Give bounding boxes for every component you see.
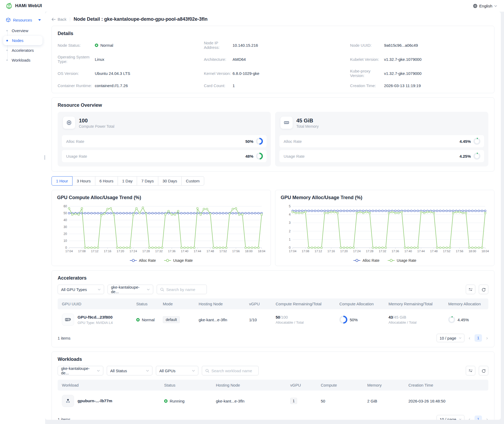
chevron-down-icon: [494, 5, 497, 7]
chevron-down-icon: [147, 289, 150, 290]
compute-alloc-rate-row: Alloc Rate 50%: [62, 135, 267, 147]
prev-page-button[interactable]: ‹: [468, 417, 471, 420]
page-size-select[interactable]: 10 / page: [437, 334, 464, 342]
sidebar-item-label: Accelerators: [12, 48, 34, 53]
details-title: Details: [58, 31, 488, 36]
legend-marker-icon: [353, 259, 361, 262]
detail-field: Card Count:1: [204, 83, 342, 88]
svg-text:30: 30: [63, 225, 67, 229]
next-page-button[interactable]: ›: [486, 336, 488, 340]
tab-6-hours[interactable]: 6 Hours: [95, 176, 118, 186]
tab-1-day[interactable]: 1 Day: [118, 176, 137, 186]
legend-alloc-rate[interactable]: Alloc Rate: [353, 258, 379, 263]
svg-text:17:44: 17:44: [194, 250, 201, 253]
chevron-down-icon: [97, 370, 100, 372]
top-header: HAMi WebUI English: [0, 0, 504, 12]
workload-icon: [62, 395, 74, 407]
detail-field: Kube-proxy Version:v1.32.7-gke.1079000: [350, 69, 488, 78]
mode-tag: default: [163, 316, 180, 323]
node-detail-page: Back Node Detail : gke-kantaloupe-demo-g…: [45, 12, 501, 420]
sidebar-item-label: Overview: [12, 28, 28, 33]
svg-text:17:12: 17:12: [315, 250, 322, 253]
svg-text:17:20: 17:20: [340, 250, 348, 253]
tab-3-hours[interactable]: 3 Hours: [72, 176, 95, 186]
memory-usage-rate-row: Usage Rate 4.25%: [279, 150, 484, 162]
sidebar-item-workloads[interactable]: Workloads: [3, 55, 42, 65]
search-workload-input[interactable]: [211, 369, 255, 373]
legend-usage-rate[interactable]: Usage Rate: [164, 258, 193, 263]
tree-dot-icon: [6, 40, 8, 41]
workloads-title: Workloads: [58, 357, 488, 362]
sidebar-item-resources[interactable]: Resources: [0, 15, 45, 25]
accelerator-row[interactable]: GPU-f9cd...23f800 GPU Type: NVIDIA L4 No…: [58, 309, 488, 330]
sidebar-tree: Overview Nodes Accelerators Workloads: [0, 26, 45, 65]
workload-status-select[interactable]: All Status: [107, 366, 152, 375]
workloads-card: Workloads gke-kantaloupe-de... All Statu…: [52, 352, 494, 420]
workload-name[interactable]: gpuburn-...-lb77m: [78, 399, 112, 403]
legend-marker-icon: [130, 259, 137, 262]
accelerator-search: [157, 285, 207, 294]
total-memory-value: 45 GiB: [296, 117, 319, 124]
resource-overview-title: Resource Overview: [58, 102, 488, 108]
column-settings-icon: [468, 369, 473, 373]
arrow-left-icon: [52, 18, 56, 21]
page-number-button[interactable]: 1: [475, 416, 482, 420]
sider-resize-handle[interactable]: [44, 155, 45, 160]
sidebar-section-label: Resources: [13, 18, 32, 22]
legend-usage-rate[interactable]: Usage Rate: [387, 258, 416, 263]
tab-30-days[interactable]: 30 Days: [158, 176, 182, 186]
compute-power-value: 100: [79, 117, 114, 124]
compute-allocation-cell: 50%: [339, 316, 388, 324]
refresh-button[interactable]: [479, 366, 488, 375]
svg-text:17:48: 17:48: [430, 250, 438, 253]
workloads-table-header: Workload Status Hosting Node vGPU Comput…: [58, 380, 488, 391]
chart-legend: Alloc Rate Usage Rate: [281, 258, 489, 263]
tab-7-days[interactable]: 7 Days: [137, 176, 158, 186]
detail-field: Operating System Type:Linux: [58, 55, 196, 64]
page-number-button[interactable]: 1: [475, 334, 482, 342]
tab-1-hour[interactable]: 1 Hour: [52, 176, 72, 186]
workload-gpus-select[interactable]: All GPUs: [156, 366, 198, 375]
page-size-select[interactable]: 10 / page: [437, 415, 464, 420]
sidebar-item-overview[interactable]: Overview: [3, 26, 42, 35]
legend-alloc-rate[interactable]: Alloc Rate: [130, 258, 156, 263]
workloads-table-footer: 1 items 10 / page ‹ 1 ›: [58, 415, 488, 420]
node-select[interactable]: gke-kantaloupe-de...: [108, 285, 153, 294]
gpu-uuid[interactable]: GPU-f9cd...23f800: [78, 315, 113, 320]
gpu-compute-trend-chart-card: GPU Compute Alloc/Usage Trend (%) 010203…: [52, 190, 271, 266]
back-button[interactable]: Back: [52, 17, 66, 22]
compute-remaining-cell: 50/100 Allocatable / Total: [276, 315, 339, 324]
workload-node-select[interactable]: gke-kantaloupe-de...: [58, 366, 103, 375]
svg-text:17:20: 17:20: [117, 250, 124, 253]
sidebar-item-nodes[interactable]: Nodes: [3, 36, 42, 45]
column-settings-button[interactable]: [466, 366, 475, 375]
tab-custom[interactable]: Custom: [181, 176, 204, 186]
next-page-button[interactable]: ›: [486, 417, 488, 420]
memory-icon: [280, 117, 293, 129]
tree-dot-icon: [6, 50, 8, 51]
items-count: 1 items: [58, 417, 70, 420]
svg-text:17:56: 17:56: [232, 250, 240, 253]
workload-row[interactable]: gpuburn-...-lb77m Running gke-kant...e-3…: [58, 391, 488, 411]
svg-text:17:08: 17:08: [78, 250, 86, 253]
search-icon: [160, 288, 164, 292]
svg-text:18:00: 18:00: [469, 250, 476, 253]
column-settings-button[interactable]: [466, 285, 475, 294]
accelerators-title: Accelerators: [58, 275, 488, 281]
resource-overview-card: Resource Overview: [52, 97, 494, 172]
compute-power-label: Compute Power Total: [79, 124, 114, 129]
prev-page-button[interactable]: ‹: [468, 336, 471, 340]
refresh-button[interactable]: [479, 285, 488, 294]
memory-allocation-cell: 4.45%: [448, 316, 488, 323]
svg-text:0: 0: [289, 246, 291, 250]
detail-field: Architecture:AMD64: [204, 55, 342, 64]
language-selector[interactable]: English: [473, 4, 497, 8]
svg-text:17:28: 17:28: [366, 250, 373, 253]
svg-text:10: 10: [63, 239, 67, 243]
svg-text:17:12: 17:12: [91, 250, 99, 253]
search-by-name-input[interactable]: [166, 287, 203, 292]
legend-marker-icon: [387, 259, 395, 262]
sidebar-item-label: Workloads: [12, 58, 31, 62]
gpu-type-select[interactable]: All GPU Types: [58, 285, 104, 294]
sidebar-item-accelerators[interactable]: Accelerators: [3, 46, 42, 55]
